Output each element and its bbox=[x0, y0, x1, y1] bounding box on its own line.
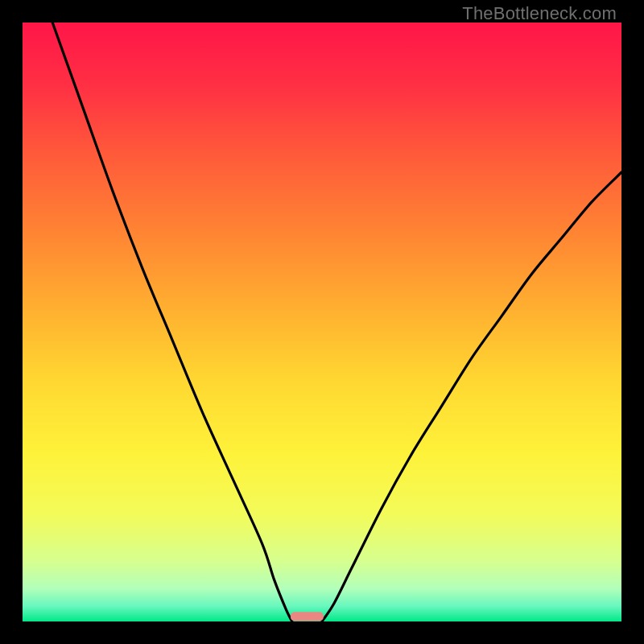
plot-area bbox=[23, 23, 621, 621]
gradient-background bbox=[23, 23, 621, 621]
bottleneck-curve-chart bbox=[23, 23, 621, 621]
optimal-marker bbox=[291, 612, 324, 621]
watermark-text: TheBottleneck.com bbox=[462, 3, 617, 24]
